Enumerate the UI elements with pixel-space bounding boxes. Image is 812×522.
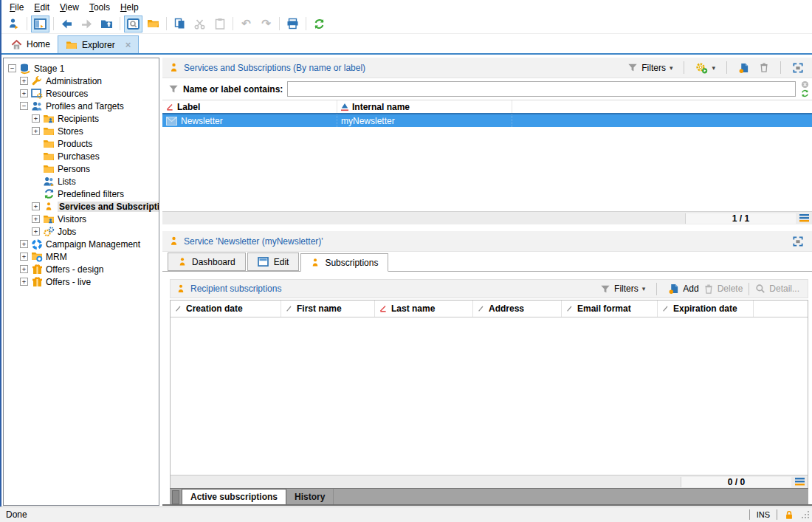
add-button[interactable]: Add — [666, 283, 701, 295]
record-count: 0 / 0 — [681, 477, 791, 487]
tab-explorer[interactable]: Explorer × — [58, 35, 139, 53]
column-header-last-name[interactable]: Last name — [375, 301, 473, 317]
expand-node-icon[interactable]: + — [32, 215, 40, 223]
tree-item-persons[interactable]: Persons — [4, 162, 159, 175]
tree-item-stage-1[interactable]: −Stage 1 — [4, 62, 159, 75]
tree-item-administration[interactable]: +Administration — [4, 75, 159, 87]
expand-node-icon[interactable]: + — [32, 114, 40, 123]
tree-item-campaign-management[interactable]: +Campaign Management — [4, 238, 159, 250]
folder-up-icon — [100, 18, 113, 30]
services-grid-header: LabelInternal name — [162, 100, 812, 114]
expand-node-icon[interactable]: + — [32, 127, 40, 135]
tree-item-jobs[interactable]: +Jobs — [4, 225, 159, 238]
copy-button[interactable] — [171, 16, 189, 32]
row-internal-name: myNewsletter — [341, 116, 395, 126]
menu-help[interactable]: Help — [116, 1, 145, 13]
tree-item-offers-design[interactable]: +Offers - design — [4, 263, 159, 275]
tab-dashboard[interactable]: Dashboard — [168, 253, 246, 271]
services-grid-body — [162, 127, 812, 211]
menu-edit[interactable]: Edit — [30, 1, 55, 13]
expand-node-icon[interactable]: + — [32, 202, 40, 210]
expand-icon — [792, 63, 804, 73]
expand-node-icon[interactable]: + — [32, 227, 40, 236]
tab-edit[interactable]: Edit — [247, 253, 300, 271]
tree-item-services-and-subscriptions[interactable]: +Services and Subscriptions — [4, 200, 159, 213]
toolbar-separator — [279, 17, 280, 30]
column-header-email-format[interactable]: Email format — [562, 301, 658, 317]
new-service-button[interactable] — [736, 62, 751, 74]
delete-service-button[interactable] — [757, 62, 771, 73]
menu-tools[interactable]: Tools — [85, 1, 116, 13]
bottom-tab-history[interactable]: History — [286, 489, 334, 504]
home-view-button[interactable] — [31, 16, 49, 32]
tree-item-mrm[interactable]: +MRM — [4, 250, 159, 263]
tree-item-products[interactable]: Products — [4, 137, 159, 150]
expand-node-icon[interactable]: + — [20, 77, 28, 85]
column-header-internal-name[interactable]: Internal name — [337, 100, 512, 113]
clear-filter-icon[interactable] — [801, 80, 809, 89]
back-button[interactable] — [58, 16, 76, 32]
service-icon — [43, 201, 55, 213]
expand-panel-button[interactable] — [790, 236, 806, 247]
toolbar-separator — [27, 17, 27, 30]
expand-icon — [792, 236, 804, 247]
close-icon[interactable]: × — [125, 39, 131, 50]
explorer-button[interactable] — [124, 16, 142, 32]
connect-button[interactable] — [4, 16, 23, 32]
refresh-list-icon[interactable] — [801, 89, 809, 97]
table-row[interactable]: Newsletter myNewsletter — [162, 114, 812, 127]
tree-item-visitors[interactable]: +Visitors — [4, 213, 159, 225]
filters-button[interactable]: Filters ▾ — [625, 63, 675, 73]
bottom-tab-active-subscriptions[interactable]: Active subscriptions — [182, 489, 286, 504]
subscriptions-grid-header: Creation dateFirst nameLast nameAddressE… — [171, 300, 808, 317]
column-header-label[interactable]: Label — [162, 100, 337, 113]
view-tab-bar: Home Explorer × — [1, 34, 812, 55]
expand-panel-button[interactable] — [790, 63, 806, 73]
configure-list-button[interactable]: ▾ — [693, 62, 718, 74]
parent-folder-button[interactable] — [97, 16, 116, 32]
tree-item-label: Resources — [46, 89, 88, 99]
tree-item-stores[interactable]: +Stores — [4, 125, 159, 137]
window-icon — [34, 18, 47, 30]
refresh-button[interactable] — [310, 16, 328, 32]
lists-icon — [43, 176, 55, 188]
menu-file[interactable]: File — [5, 1, 30, 13]
tree-item-lists[interactable]: Lists — [4, 175, 159, 188]
list-menu-icon[interactable] — [796, 214, 812, 222]
tree-item-label: Stores — [58, 126, 83, 137]
tree-item-predefined-filters[interactable]: Predefined filters — [4, 188, 159, 200]
tree-item-purchases[interactable]: Purchases — [4, 150, 159, 162]
clipboard-icon — [215, 18, 225, 30]
tree-item-resources[interactable]: +Resources — [4, 87, 159, 100]
tab-home[interactable]: Home — [4, 35, 58, 53]
collapse-node-icon[interactable]: − — [20, 102, 28, 110]
resize-grip[interactable] — [801, 510, 810, 519]
explorer-icon — [127, 18, 140, 30]
name-filter-input[interactable] — [287, 81, 796, 97]
list-menu-icon[interactable] — [791, 478, 808, 486]
subscriptions-tab-content: Recipient subscriptions Filters ▾ AddDel… — [162, 272, 812, 506]
services-list-panel: Services and Subscriptions (By name or l… — [162, 58, 812, 224]
detail-button: Detail... — [753, 284, 802, 294]
tree-item-recipients[interactable]: +Recipients — [4, 112, 159, 125]
expand-node-icon[interactable]: + — [20, 265, 28, 273]
cycle-icon — [43, 188, 55, 200]
print-button[interactable] — [283, 16, 302, 32]
undo-icon: ↶ — [241, 18, 251, 30]
column-header-expiration-date[interactable]: Expiration date — [658, 301, 754, 317]
expand-node-icon[interactable]: + — [20, 89, 28, 97]
open-folder-button[interactable] — [144, 16, 162, 32]
column-header-creation-date[interactable]: Creation date — [171, 301, 281, 317]
expand-node-icon[interactable]: + — [20, 240, 28, 248]
tree-item-offers-live[interactable]: +Offers - live — [4, 275, 159, 288]
column-header-address[interactable]: Address — [473, 301, 562, 317]
expand-node-icon[interactable]: + — [20, 253, 28, 261]
filters-button[interactable]: Filters ▾ — [598, 284, 647, 294]
tree-item-profiles-and-targets[interactable]: −Profiles and Targets — [4, 100, 159, 112]
menu-view[interactable]: View — [55, 1, 85, 13]
tab-subscriptions[interactable]: Subscriptions — [300, 253, 388, 272]
column-header-first-name[interactable]: First name — [281, 301, 375, 317]
expand-node-icon[interactable]: + — [20, 278, 28, 286]
collapse-node-icon[interactable]: − — [8, 64, 16, 72]
services-grid: LabelInternal name Newsletter myNewslett… — [162, 100, 812, 224]
